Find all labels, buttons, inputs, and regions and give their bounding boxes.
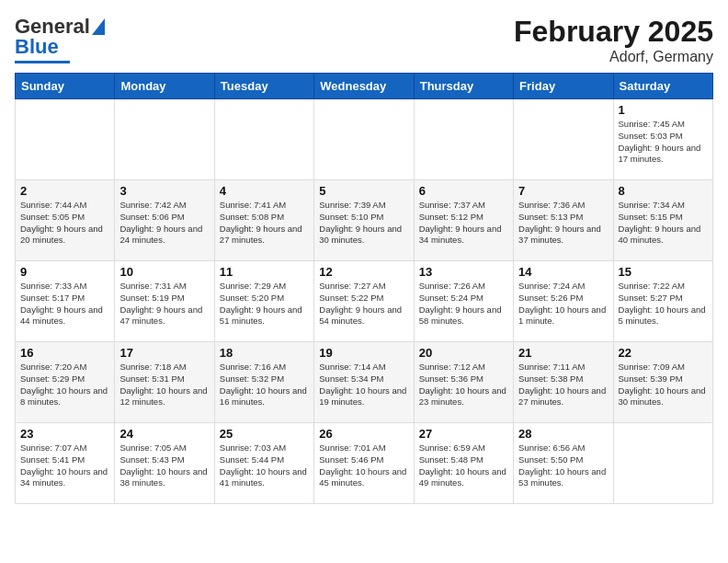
day-number-4-5: 28 xyxy=(518,427,608,441)
day-number-2-3: 12 xyxy=(319,265,408,279)
day-number-3-6: 22 xyxy=(619,346,708,360)
header-saturday: Saturday xyxy=(613,74,712,99)
day-info-2-6: Sunrise: 7:22 AM Sunset: 5:27 PM Dayligh… xyxy=(619,281,708,327)
logo-icon xyxy=(92,18,105,35)
day-cell-2-2: 11Sunrise: 7:29 AM Sunset: 5:20 PM Dayli… xyxy=(214,261,313,342)
day-info-2-3: Sunrise: 7:27 AM Sunset: 5:22 PM Dayligh… xyxy=(319,281,408,327)
logo-underline xyxy=(15,61,70,63)
day-info-2-5: Sunrise: 7:24 AM Sunset: 5:26 PM Dayligh… xyxy=(518,281,608,327)
day-info-3-4: Sunrise: 7:12 AM Sunset: 5:36 PM Dayligh… xyxy=(419,362,508,408)
day-number-1-6: 8 xyxy=(619,184,708,198)
day-number-4-2: 25 xyxy=(220,427,309,441)
day-cell-0-0 xyxy=(16,99,115,180)
day-number-2-0: 9 xyxy=(20,265,109,279)
day-info-3-0: Sunrise: 7:20 AM Sunset: 5:29 PM Dayligh… xyxy=(20,362,109,408)
day-cell-0-2 xyxy=(214,99,313,180)
day-info-3-6: Sunrise: 7:09 AM Sunset: 5:39 PM Dayligh… xyxy=(619,362,708,408)
header-sunday: Sunday xyxy=(16,74,115,99)
day-info-2-2: Sunrise: 7:29 AM Sunset: 5:20 PM Dayligh… xyxy=(220,281,309,327)
day-number-2-4: 13 xyxy=(419,265,508,279)
day-number-4-4: 27 xyxy=(419,427,508,441)
day-cell-3-1: 17Sunrise: 7:18 AM Sunset: 5:31 PM Dayli… xyxy=(115,342,214,423)
day-cell-1-2: 4Sunrise: 7:41 AM Sunset: 5:08 PM Daylig… xyxy=(214,180,313,261)
day-number-4-0: 23 xyxy=(20,427,109,441)
week-row-0: 1Sunrise: 7:45 AM Sunset: 5:03 PM Daylig… xyxy=(16,99,713,180)
day-number-4-3: 26 xyxy=(319,427,408,441)
day-info-4-5: Sunrise: 6:56 AM Sunset: 5:50 PM Dayligh… xyxy=(518,442,608,489)
header-wednesday: Wednesday xyxy=(314,74,414,99)
day-cell-3-6: 22Sunrise: 7:09 AM Sunset: 5:39 PM Dayli… xyxy=(613,342,712,423)
day-number-3-3: 19 xyxy=(319,346,408,360)
day-info-4-0: Sunrise: 7:07 AM Sunset: 5:41 PM Dayligh… xyxy=(20,442,109,489)
day-cell-2-3: 12Sunrise: 7:27 AM Sunset: 5:22 PM Dayli… xyxy=(314,261,414,342)
day-cell-3-0: 16Sunrise: 7:20 AM Sunset: 5:29 PM Dayli… xyxy=(16,342,115,423)
day-cell-2-4: 13Sunrise: 7:26 AM Sunset: 5:24 PM Dayli… xyxy=(414,261,513,342)
day-number-0-6: 1 xyxy=(619,103,708,117)
day-info-1-5: Sunrise: 7:36 AM Sunset: 5:13 PM Dayligh… xyxy=(518,200,608,247)
day-number-1-4: 6 xyxy=(419,184,508,198)
day-cell-2-5: 14Sunrise: 7:24 AM Sunset: 5:26 PM Dayli… xyxy=(514,261,613,342)
day-info-1-6: Sunrise: 7:34 AM Sunset: 5:15 PM Dayligh… xyxy=(619,200,708,247)
header-friday: Friday xyxy=(514,74,613,99)
day-number-1-3: 5 xyxy=(319,184,408,198)
day-number-2-2: 11 xyxy=(220,265,309,279)
day-cell-0-5 xyxy=(514,99,613,180)
week-row-4: 23Sunrise: 7:07 AM Sunset: 5:41 PM Dayli… xyxy=(16,423,713,504)
day-info-1-3: Sunrise: 7:39 AM Sunset: 5:10 PM Dayligh… xyxy=(319,200,408,247)
day-cell-4-5: 28Sunrise: 6:56 AM Sunset: 5:50 PM Dayli… xyxy=(514,423,613,504)
day-cell-4-3: 26Sunrise: 7:01 AM Sunset: 5:46 PM Dayli… xyxy=(314,423,414,504)
day-info-1-2: Sunrise: 7:41 AM Sunset: 5:08 PM Dayligh… xyxy=(220,200,309,247)
day-info-3-2: Sunrise: 7:16 AM Sunset: 5:32 PM Dayligh… xyxy=(220,362,309,408)
day-number-2-1: 10 xyxy=(119,265,209,279)
day-info-3-5: Sunrise: 7:11 AM Sunset: 5:38 PM Dayligh… xyxy=(518,362,608,408)
weekday-header-row: Sunday Monday Tuesday Wednesday Thursday… xyxy=(16,74,713,99)
calendar-table: Sunday Monday Tuesday Wednesday Thursday… xyxy=(15,73,713,504)
day-info-0-6: Sunrise: 7:45 AM Sunset: 5:03 PM Dayligh… xyxy=(619,119,708,166)
day-cell-2-0: 9Sunrise: 7:33 AM Sunset: 5:17 PM Daylig… xyxy=(16,261,115,342)
day-cell-4-4: 27Sunrise: 6:59 AM Sunset: 5:48 PM Dayli… xyxy=(414,423,513,504)
day-number-2-6: 15 xyxy=(619,265,708,279)
day-cell-3-2: 18Sunrise: 7:16 AM Sunset: 5:32 PM Dayli… xyxy=(214,342,313,423)
day-cell-4-1: 24Sunrise: 7:05 AM Sunset: 5:43 PM Dayli… xyxy=(115,423,214,504)
title-block: February 2025 Adorf, Germany xyxy=(514,15,713,65)
calendar-subtitle: Adorf, Germany xyxy=(514,49,713,65)
day-number-3-0: 16 xyxy=(20,346,109,360)
day-number-4-1: 24 xyxy=(119,427,209,441)
calendar-title: February 2025 xyxy=(514,15,713,49)
day-info-2-0: Sunrise: 7:33 AM Sunset: 5:17 PM Dayligh… xyxy=(20,281,109,327)
day-info-3-1: Sunrise: 7:18 AM Sunset: 5:31 PM Dayligh… xyxy=(119,362,209,408)
day-number-2-5: 14 xyxy=(518,265,608,279)
day-info-2-1: Sunrise: 7:31 AM Sunset: 5:19 PM Dayligh… xyxy=(119,281,209,327)
day-cell-4-6 xyxy=(613,423,712,504)
day-info-2-4: Sunrise: 7:26 AM Sunset: 5:24 PM Dayligh… xyxy=(419,281,508,327)
day-cell-0-1 xyxy=(115,99,214,180)
day-info-4-1: Sunrise: 7:05 AM Sunset: 5:43 PM Dayligh… xyxy=(119,442,209,489)
day-info-4-3: Sunrise: 7:01 AM Sunset: 5:46 PM Dayligh… xyxy=(319,442,408,489)
day-cell-1-1: 3Sunrise: 7:42 AM Sunset: 5:06 PM Daylig… xyxy=(115,180,214,261)
header-tuesday: Tuesday xyxy=(214,74,313,99)
day-cell-0-3 xyxy=(314,99,414,180)
day-number-3-2: 18 xyxy=(220,346,309,360)
day-info-1-4: Sunrise: 7:37 AM Sunset: 5:12 PM Dayligh… xyxy=(419,200,508,247)
day-number-1-2: 4 xyxy=(220,184,309,198)
day-cell-1-0: 2Sunrise: 7:44 AM Sunset: 5:05 PM Daylig… xyxy=(16,180,115,261)
day-cell-1-3: 5Sunrise: 7:39 AM Sunset: 5:10 PM Daylig… xyxy=(314,180,414,261)
day-cell-3-3: 19Sunrise: 7:14 AM Sunset: 5:34 PM Dayli… xyxy=(314,342,414,423)
logo: General Blue xyxy=(15,15,105,63)
day-cell-4-2: 25Sunrise: 7:03 AM Sunset: 5:44 PM Dayli… xyxy=(214,423,313,504)
header-monday: Monday xyxy=(115,74,214,99)
day-info-1-0: Sunrise: 7:44 AM Sunset: 5:05 PM Dayligh… xyxy=(20,200,109,247)
day-cell-2-1: 10Sunrise: 7:31 AM Sunset: 5:19 PM Dayli… xyxy=(115,261,214,342)
day-cell-3-4: 20Sunrise: 7:12 AM Sunset: 5:36 PM Dayli… xyxy=(414,342,513,423)
week-row-2: 9Sunrise: 7:33 AM Sunset: 5:17 PM Daylig… xyxy=(16,261,713,342)
week-row-3: 16Sunrise: 7:20 AM Sunset: 5:29 PM Dayli… xyxy=(16,342,713,423)
day-cell-1-6: 8Sunrise: 7:34 AM Sunset: 5:15 PM Daylig… xyxy=(613,180,712,261)
header-thursday: Thursday xyxy=(414,74,513,99)
day-number-1-1: 3 xyxy=(119,184,209,198)
day-number-1-5: 7 xyxy=(518,184,608,198)
day-info-1-1: Sunrise: 7:42 AM Sunset: 5:06 PM Dayligh… xyxy=(119,200,209,247)
day-info-4-4: Sunrise: 6:59 AM Sunset: 5:48 PM Dayligh… xyxy=(419,442,508,489)
day-number-1-0: 2 xyxy=(20,184,109,198)
day-cell-1-4: 6Sunrise: 7:37 AM Sunset: 5:12 PM Daylig… xyxy=(414,180,513,261)
day-cell-2-6: 15Sunrise: 7:22 AM Sunset: 5:27 PM Dayli… xyxy=(613,261,712,342)
